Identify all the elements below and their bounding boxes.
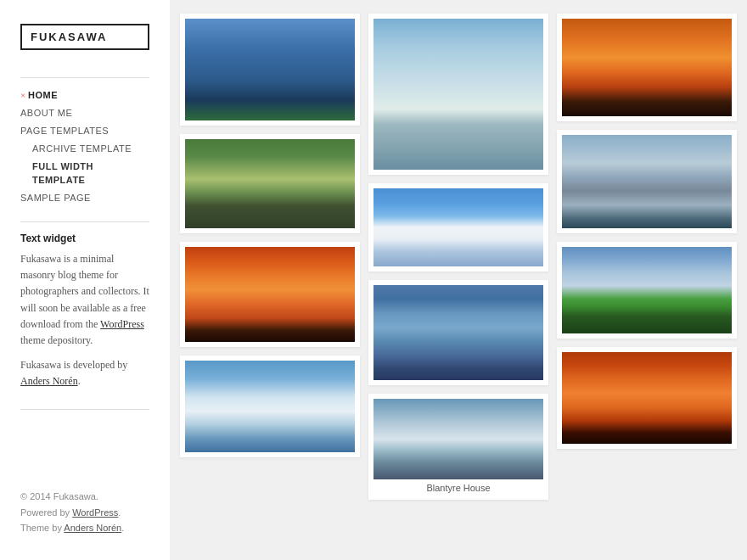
widget-text1: Fukasawa is a minimal masonry blog theme… bbox=[20, 251, 149, 349]
nav-link-archive-template[interactable]: ARCHIVE TEMPLATE bbox=[32, 143, 132, 154]
nav-item-sample-page[interactable]: SAMPLE PAGE bbox=[20, 191, 149, 204]
photo-image-2-4 bbox=[374, 399, 543, 479]
photo-card-2-2[interactable] bbox=[368, 183, 548, 272]
nav-link-sample-page[interactable]: SAMPLE PAGE bbox=[20, 193, 91, 203]
photo-card-3-1[interactable] bbox=[557, 14, 737, 121]
photo-image-3-3 bbox=[562, 247, 732, 333]
nav-link-page-templates[interactable]: PAGE TEMPLATES bbox=[20, 126, 109, 136]
photo-card-2-3[interactable] bbox=[368, 280, 548, 385]
logo[interactable]: FUKASAWA bbox=[20, 24, 149, 50]
divider-mid bbox=[20, 221, 149, 222]
photo-image-2-2 bbox=[374, 188, 543, 266]
photo-card-1-4[interactable] bbox=[180, 356, 360, 457]
nav-item-about[interactable]: ABOUT ME bbox=[20, 106, 149, 120]
wordpress-link[interactable]: WordPress bbox=[100, 318, 144, 330]
widget-text2: Fukasawa is developed by Anders Norén. bbox=[20, 357, 149, 389]
photo-image-3-1 bbox=[562, 19, 732, 116]
photo-image-2-3 bbox=[374, 285, 543, 380]
masonry-col-2: Blantyre House bbox=[368, 14, 548, 500]
sidebar: FUKASAWA HOME ABOUT ME PAGE TEMPLATES AR… bbox=[0, 0, 170, 560]
nav-item-full-width-template[interactable]: FULL WIDTH TEMPLATE bbox=[20, 160, 149, 187]
nav-link-about[interactable]: ABOUT ME bbox=[20, 108, 72, 118]
footer-line3: Theme by Anders Norén. bbox=[20, 520, 149, 536]
photo-image-3-2 bbox=[562, 135, 732, 228]
divider-bottom bbox=[20, 409, 149, 410]
main-nav: HOME ABOUT ME PAGE TEMPLATES ARCHIVE TEM… bbox=[20, 88, 149, 211]
photo-card-2-4[interactable]: Blantyre House bbox=[368, 394, 548, 500]
nav-link-home[interactable]: HOME bbox=[28, 90, 58, 100]
photo-card-3-4[interactable] bbox=[557, 347, 737, 449]
nav-item-archive-template[interactable]: ARCHIVE TEMPLATE bbox=[20, 142, 149, 155]
footer-wp-link[interactable]: WordPress bbox=[72, 507, 118, 518]
widget-title: Text widget bbox=[20, 232, 149, 244]
photo-image-1-4 bbox=[185, 361, 355, 452]
photo-image-3-4 bbox=[562, 352, 732, 444]
photo-image-1-2 bbox=[185, 139, 355, 228]
photo-card-1-3[interactable] bbox=[180, 242, 360, 347]
photo-card-2-1[interactable] bbox=[368, 14, 548, 175]
photo-image-1-3 bbox=[185, 247, 355, 342]
masonry-col-3 bbox=[557, 14, 737, 449]
footer-anders-link[interactable]: Anders Norén bbox=[64, 523, 121, 533]
photo-card-1-2[interactable] bbox=[180, 134, 360, 233]
footer-line1: © 2014 Fukasawa. bbox=[20, 489, 149, 505]
photo-caption-2-4: Blantyre House bbox=[374, 479, 543, 495]
footer-line2: Powered by WordPress. bbox=[20, 505, 149, 521]
divider-top bbox=[20, 77, 149, 78]
masonry-grid: Blantyre House bbox=[180, 14, 737, 500]
nav-link-full-width-template[interactable]: FULL WIDTH TEMPLATE bbox=[32, 161, 93, 185]
nav-item-page-templates[interactable]: PAGE TEMPLATES bbox=[20, 124, 149, 137]
main-content: Blantyre House bbox=[170, 0, 747, 560]
photo-image-1-1 bbox=[185, 19, 355, 120]
anders-link[interactable]: Anders Norén bbox=[20, 375, 78, 387]
nav-item-home[interactable]: HOME bbox=[20, 88, 149, 102]
masonry-col-1 bbox=[180, 14, 360, 457]
photo-card-1-1[interactable] bbox=[180, 14, 360, 126]
photo-card-3-2[interactable] bbox=[557, 130, 737, 233]
sidebar-footer: © 2014 Fukasawa. Powered by WordPress. T… bbox=[20, 489, 149, 536]
photo-image-2-1 bbox=[374, 19, 543, 170]
photo-card-3-3[interactable] bbox=[557, 242, 737, 339]
text-widget: Text widget Fukasawa is a minimal masonr… bbox=[20, 232, 149, 399]
